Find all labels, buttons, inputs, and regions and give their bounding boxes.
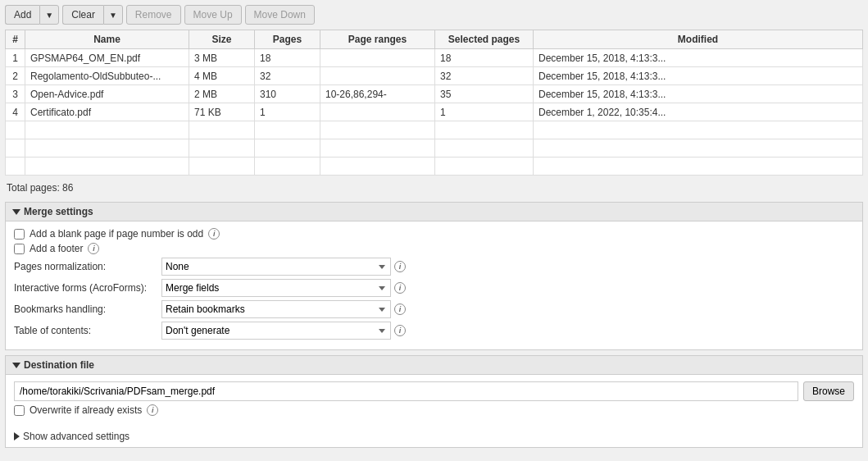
browse-button[interactable]: Browse <box>803 381 854 401</box>
bookmarks-select[interactable]: Retain bookmarks Discard all Create one … <box>161 300 391 318</box>
toc-select[interactable]: Don't generate Generate <box>161 322 391 340</box>
toolbar: Add ▼ Clear ▼ Remove Move Up Move Down <box>5 5 863 25</box>
cell-name: Regolamento-OldSubbuteo-... <box>25 67 189 85</box>
cell-pages: 18 <box>255 49 320 67</box>
pages-norm-row: Pages normalization: None Normalize page… <box>14 258 854 276</box>
overwrite-label: Overwrite if already exists <box>30 404 142 416</box>
destination-path-input[interactable] <box>14 381 798 401</box>
bookmarks-info-icon[interactable]: i <box>394 304 406 315</box>
cell-selected: 1 <box>435 103 534 121</box>
cell-size: 3 MB <box>189 49 255 67</box>
move-up-button: Move Up <box>184 5 242 25</box>
bookmarks-wrap: Retain bookmarks Discard all Create one … <box>161 300 406 318</box>
toc-info-icon[interactable]: i <box>394 325 406 336</box>
destination-header[interactable]: Destination file <box>6 356 862 375</box>
add-button[interactable]: Add <box>5 5 39 25</box>
show-advanced-row[interactable]: Show advanced settings <box>6 426 862 447</box>
overwrite-info-icon[interactable]: i <box>147 404 158 416</box>
toc-row: Table of contents: Don't generate Genera… <box>14 322 854 340</box>
cell-selected: 18 <box>435 49 534 67</box>
footer-checkbox[interactable] <box>14 244 25 254</box>
destination-title: Destination file <box>24 359 94 371</box>
bookmarks-label: Bookmarks handling: <box>14 304 161 315</box>
col-header-ranges: Page ranges <box>320 30 435 49</box>
cell-selected: 35 <box>435 85 534 103</box>
cell-num: 2 <box>6 67 25 85</box>
cell-name: GPSMAP64_OM_EN.pdf <box>25 49 189 67</box>
interactive-forms-info-icon[interactable]: i <box>394 282 406 294</box>
merge-settings-section: Merge settings Add a blank page if page … <box>5 202 863 350</box>
clear-dropdown-button[interactable]: ▼ <box>103 5 123 25</box>
cell-ranges: 10-26,86,294- <box>320 85 435 103</box>
bookmarks-row: Bookmarks handling: Retain bookmarks Dis… <box>14 300 854 318</box>
cell-size: 4 MB <box>189 67 255 85</box>
merge-settings-title: Merge settings <box>24 206 93 217</box>
cell-pages: 310 <box>255 85 320 103</box>
overwrite-row: Overwrite if already exists i <box>14 404 854 416</box>
col-header-name: Name <box>25 30 189 49</box>
cell-modified: December 15, 2018, 4:13:3... <box>534 85 863 103</box>
col-header-num: # <box>6 30 25 49</box>
cell-size: 71 KB <box>189 103 255 121</box>
table-row[interactable]: 4 Certificato.pdf 71 KB 1 1 December 1, … <box>6 103 863 121</box>
table-row[interactable]: 2 Regolamento-OldSubbuteo-... 4 MB 32 32… <box>6 67 863 85</box>
pages-norm-info-icon[interactable]: i <box>394 261 406 272</box>
cell-ranges <box>320 49 435 67</box>
toc-label: Table of contents: <box>14 325 161 336</box>
total-pages: Total pages: 86 <box>5 179 863 197</box>
table-row[interactable]: 3 Open-Advice.pdf 2 MB 310 10-26,86,294-… <box>6 85 863 103</box>
file-table: # Name Size Pages Page ranges Selected p… <box>5 30 863 176</box>
col-header-modified: Modified <box>534 30 863 49</box>
interactive-forms-wrap: Merge fields Discard all Keep all i <box>161 279 406 297</box>
cell-name: Open-Advice.pdf <box>25 85 189 103</box>
col-header-selected: Selected pages <box>435 30 534 49</box>
table-row-empty <box>6 139 863 157</box>
pages-norm-label: Pages normalization: <box>14 261 161 272</box>
blank-page-info-icon[interactable]: i <box>208 228 220 240</box>
footer-row: Add a footer i <box>14 243 854 254</box>
advanced-expand-icon <box>14 432 20 440</box>
destination-section: Destination file Browse Overwrite if alr… <box>5 355 863 448</box>
merge-settings-header[interactable]: Merge settings <box>6 203 862 221</box>
cell-selected: 32 <box>435 67 534 85</box>
blank-page-checkbox[interactable] <box>14 229 25 240</box>
cell-ranges <box>320 67 435 85</box>
cell-num: 1 <box>6 49 25 67</box>
cell-pages: 32 <box>255 67 320 85</box>
cell-modified: December 1, 2022, 10:35:4... <box>534 103 863 121</box>
interactive-forms-select[interactable]: Merge fields Discard all Keep all <box>161 279 391 297</box>
table-row-empty <box>6 157 863 176</box>
table-row-empty <box>6 121 863 139</box>
blank-page-label: Add a blank page if page number is odd <box>30 228 203 240</box>
interactive-forms-label: Interactive forms (AcroForms): <box>14 282 161 294</box>
footer-info-icon[interactable]: i <box>88 243 99 254</box>
col-header-pages: Pages <box>255 30 320 49</box>
cell-ranges <box>320 103 435 121</box>
destination-body: Browse Overwrite if already exists i <box>6 375 862 426</box>
add-dropdown-button[interactable]: ▼ <box>39 5 59 25</box>
cell-modified: December 15, 2018, 4:13:3... <box>534 67 863 85</box>
table-row[interactable]: 1 GPSMAP64_OM_EN.pdf 3 MB 18 18 December… <box>6 49 863 67</box>
advanced-label: Show advanced settings <box>23 431 130 442</box>
add-button-group: Add ▼ <box>5 5 59 25</box>
cell-size: 2 MB <box>189 85 255 103</box>
cell-num: 4 <box>6 103 25 121</box>
cell-pages: 1 <box>255 103 320 121</box>
cell-num: 3 <box>6 85 25 103</box>
main-container: Add ▼ Clear ▼ Remove Move Up Move Down #… <box>0 0 868 461</box>
col-header-size: Size <box>189 30 255 49</box>
remove-button: Remove <box>126 5 181 25</box>
merge-collapse-icon <box>12 209 20 215</box>
pages-norm-select[interactable]: None Normalize pages <box>161 258 391 276</box>
destination-collapse-icon <box>12 363 20 368</box>
cell-name: Certificato.pdf <box>25 103 189 121</box>
move-down-button: Move Down <box>245 5 315 25</box>
merge-settings-body: Add a blank page if page number is odd i… <box>6 221 862 349</box>
destination-path-row: Browse <box>14 381 854 401</box>
blank-page-row: Add a blank page if page number is odd i <box>14 228 854 240</box>
interactive-forms-row: Interactive forms (AcroForms): Merge fie… <box>14 279 854 297</box>
footer-label: Add a footer <box>30 243 83 254</box>
clear-button[interactable]: Clear <box>62 5 103 25</box>
cell-modified: December 15, 2018, 4:13:3... <box>534 49 863 67</box>
overwrite-checkbox[interactable] <box>14 405 25 416</box>
